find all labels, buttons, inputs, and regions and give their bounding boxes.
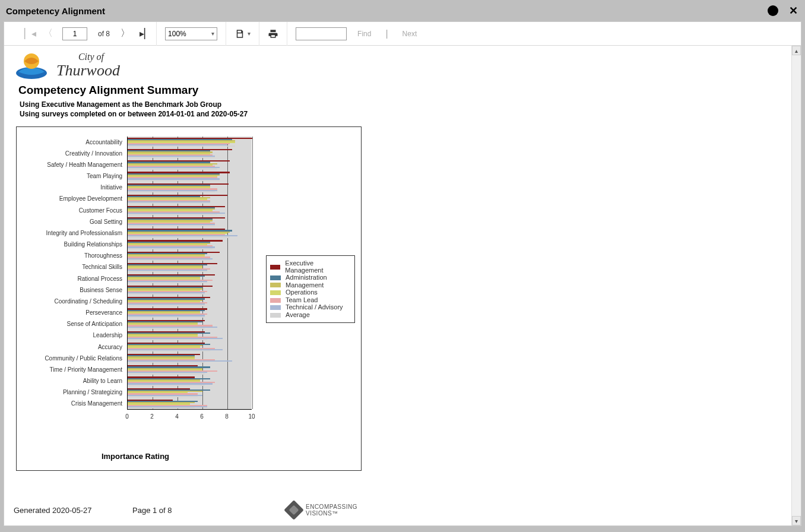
legend-item: Administration: [270, 274, 351, 281]
export-group: ▾: [226, 22, 259, 46]
find-next-label[interactable]: Next: [402, 30, 417, 38]
report-viewport[interactable]: City of Thurwood Competency Alignment Su…: [4, 46, 791, 525]
legend-item: Executive Management: [270, 260, 351, 274]
first-page-icon[interactable]: ▏◂: [24, 28, 33, 39]
vendor-logo-icon: [284, 500, 304, 520]
category-label: Building Relationships: [21, 241, 122, 248]
category-label: Goal Setting: [21, 218, 122, 225]
report-page: City of Thurwood Competency Alignment Su…: [4, 46, 791, 525]
category-label: Ability to Learn: [21, 378, 122, 384]
legend-label: Administration: [286, 274, 327, 281]
chart-bar: [128, 236, 230, 238]
legend-swatch: [270, 265, 280, 270]
report-toolbar: ▏◂ 〈 of 8 〉 ▸▏ 100% ▾ ▾: [4, 22, 801, 46]
save-button[interactable]: ▾: [234, 28, 251, 39]
scroll-up-icon[interactable]: ▴: [792, 46, 801, 55]
report-title: Competency Alignment Summary: [18, 84, 783, 97]
category-label: Thoroughness: [21, 252, 122, 259]
prev-page-icon[interactable]: 〈: [43, 27, 52, 40]
chart-bar: [128, 362, 205, 363]
chart-bar: [128, 316, 205, 318]
category-label: Safety / Health Management: [21, 162, 122, 168]
find-group: Find | Next: [287, 22, 425, 46]
chart-bar: [128, 293, 205, 294]
chevron-down-icon: ▾: [211, 30, 214, 37]
category-label: Initiative: [21, 184, 122, 191]
category-label: Planning / Strategizing: [21, 389, 122, 395]
save-icon: [234, 28, 245, 39]
category-label: Technical Skills: [21, 264, 122, 270]
legend-swatch: [270, 298, 281, 303]
legend-label: Team Lead: [286, 297, 318, 304]
legend-label: Management: [286, 282, 324, 289]
chart-bar: [128, 396, 198, 397]
help-icon[interactable]: ?: [768, 5, 778, 16]
chart-bar: [128, 168, 217, 169]
title-bar: Competency Alignment ? ✕: [4, 4, 801, 21]
legend-swatch: [270, 276, 281, 280]
window-title: Competency Alignment: [6, 6, 105, 16]
category-label: Sense of Anticipation: [21, 321, 122, 327]
category-label: Team Playing: [21, 173, 122, 179]
chart-bar: [128, 407, 195, 408]
legend-swatch: [270, 305, 281, 310]
category-label: Coordinating / Scheduling: [21, 298, 122, 305]
legend-item: Average: [270, 312, 351, 319]
generated-date: Generated 2020-05-27: [14, 506, 132, 515]
category-label: Business Sense: [21, 287, 122, 293]
scroll-down-icon[interactable]: ▾: [792, 516, 801, 525]
category-label: Community / Public Relations: [21, 355, 122, 362]
chart-bar: [128, 225, 215, 226]
close-icon[interactable]: ✕: [789, 4, 798, 17]
chart-bar: [128, 248, 213, 249]
chart-bar: [128, 282, 207, 283]
find-input[interactable]: [296, 27, 347, 40]
x-tick-label: 0: [121, 413, 133, 420]
category-label: Leadership: [21, 332, 122, 338]
last-page-icon[interactable]: ▸▏: [140, 28, 148, 39]
chart-bar: [128, 350, 210, 352]
legend-label: Technical / Advisory: [286, 304, 343, 311]
category-label: Customer Focus: [21, 207, 122, 214]
chart-legend: Executive ManagementAdministrationManage…: [266, 255, 355, 323]
print-button[interactable]: [268, 28, 278, 39]
page-number-input[interactable]: [62, 27, 87, 40]
legend-item: Team Lead: [270, 297, 351, 304]
logo-text: City of Thurwood: [56, 52, 120, 78]
chart-plot-area: [127, 137, 252, 410]
chart-bar: [128, 214, 217, 215]
category-label: Accuracy: [21, 344, 122, 350]
category-label: Accountability: [21, 139, 122, 145]
chart-bar: [128, 328, 205, 329]
logo-row: City of Thurwood: [12, 50, 783, 80]
legend-item: Technical / Advisory: [270, 304, 351, 311]
legend-swatch: [270, 313, 281, 318]
report-subtitle-1: Using Executive Management as the Benchm…: [20, 100, 783, 109]
chart-bar: [128, 180, 220, 181]
x-axis-title: Importance Rating: [17, 452, 254, 461]
chart-bar: [128, 385, 205, 386]
chart-bar: [128, 191, 215, 192]
report-subtitle-2: Using surveys completed on or between 20…: [20, 110, 783, 118]
legend-item: Management: [270, 282, 351, 289]
find-label[interactable]: Find: [357, 30, 371, 38]
x-tick-label: 10: [246, 413, 258, 420]
chart-bar: [128, 373, 205, 374]
page-indicator: Page 1 of 8: [132, 506, 251, 515]
vendor-brand: ENCOMPASSING VISIONS™: [287, 503, 357, 517]
chart-bar: [128, 157, 215, 158]
titlebar-controls: ? ✕: [768, 4, 798, 17]
vertical-scrollbar[interactable]: ▴ ▾: [791, 46, 801, 525]
legend-swatch: [270, 290, 281, 295]
chart-bar: [128, 339, 207, 340]
category-label: Crisis Management: [21, 400, 122, 407]
legend-item: Operations: [270, 289, 351, 296]
category-label: Rational Process: [21, 276, 122, 282]
print-icon: [268, 28, 278, 39]
x-tick-label: 6: [196, 413, 208, 420]
zoom-select[interactable]: 100% ▾: [165, 27, 217, 40]
next-page-icon[interactable]: 〉: [121, 27, 129, 40]
legend-swatch: [270, 283, 281, 287]
chart-bar: [128, 145, 235, 147]
zoom-group: 100% ▾: [157, 22, 226, 46]
